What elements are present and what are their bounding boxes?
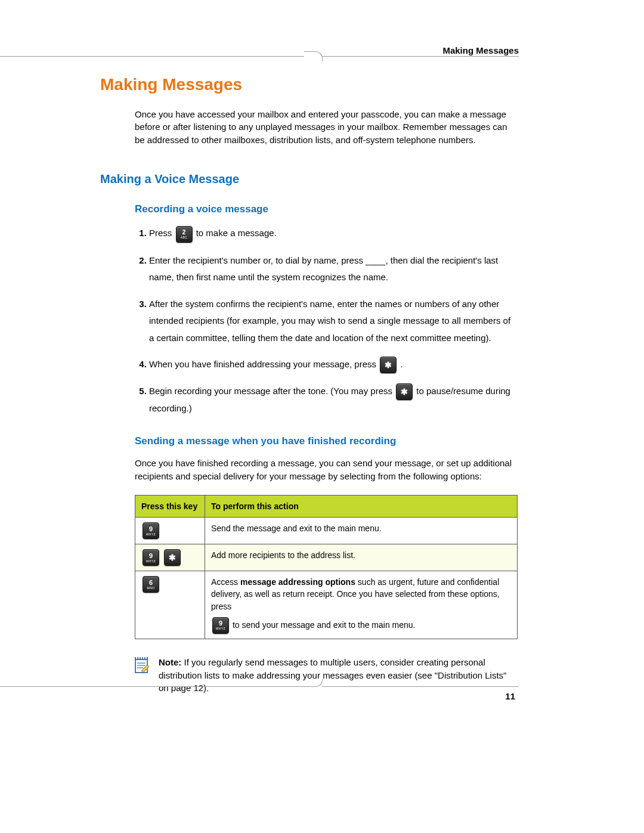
key-sub: WXYZ	[216, 627, 225, 630]
col-header-key: Press this key	[135, 495, 205, 517]
phone-key-6-icon: 6 MNO	[143, 576, 159, 593]
header-rule	[0, 56, 304, 57]
key-sub: ABC	[181, 236, 187, 239]
step-text: Press	[149, 228, 175, 238]
action-text: Access	[211, 577, 240, 587]
key-sub: WXYZ	[146, 560, 156, 563]
running-head: Making Messages	[442, 44, 519, 57]
step-text: Begin recording your message after the t…	[149, 386, 395, 396]
action-cell: Access message addressing options such a…	[205, 571, 518, 639]
subsection-heading-sending: Sending a message when you have finished…	[135, 434, 518, 449]
section-heading-voice-message: Making a Voice Message	[100, 171, 518, 188]
intro-paragraph: Once you have accessed your mailbox and …	[135, 108, 518, 147]
step-text: to make a message.	[196, 228, 277, 238]
key-digit: ✱	[401, 388, 408, 396]
step-text: When you have finished addressing your m…	[149, 359, 379, 369]
key-cell: 9 WXYZ ✱	[135, 544, 205, 571]
phone-key-9-icon: 9 WXYZ	[212, 617, 229, 634]
step-4: When you have finished addressing your m…	[149, 356, 518, 373]
document-page: Making Messages Making Messages Once you…	[0, 0, 644, 833]
table-row: 9 WXYZ ✱ Add more recipients to the addr…	[135, 544, 518, 571]
key-sub: MNO	[147, 587, 155, 590]
key-action-table: Press this key To perform this action 9 …	[135, 495, 518, 639]
table-row: 6 MNO Access message addressing options …	[135, 571, 518, 639]
key-cell: 9 WXYZ	[135, 518, 205, 544]
header-rule-notch	[304, 51, 323, 61]
step-1: Press 2 ABC to make a message.	[149, 225, 518, 242]
key-digit: ✱	[385, 361, 392, 369]
action-bold: message addressing options	[240, 577, 355, 587]
phone-key-9-icon: 9 WXYZ	[143, 549, 159, 566]
key-digit: 2	[182, 229, 185, 236]
phone-key-star-icon: ✱	[380, 357, 397, 373]
key-digit: 6	[149, 580, 153, 586]
key-digit: 9	[149, 553, 153, 559]
step-5: Begin recording your message after the t…	[149, 383, 518, 417]
note-label: Note:	[159, 657, 181, 667]
note-icon	[135, 656, 150, 674]
phone-key-2-icon: 2 ABC	[176, 226, 193, 243]
page-number: 11	[505, 690, 515, 703]
header-rule	[322, 56, 519, 57]
footer-rule	[322, 686, 519, 687]
note-block: Note: If you regularly send messages to …	[135, 656, 518, 695]
action-text: to send your message and exit to the mai…	[233, 620, 416, 630]
note-body: If you regularly send messages to multip…	[159, 657, 506, 693]
table-row: 9 WXYZ Send the message and exit to the …	[135, 518, 518, 544]
key-digit: ✱	[169, 553, 176, 562]
recording-steps-list: Press 2 ABC to make a message. Enter the…	[135, 225, 518, 417]
step-text: .	[400, 359, 402, 369]
phone-key-star-icon: ✱	[396, 383, 413, 400]
action-cell: Send the message and exit to the main me…	[205, 518, 518, 544]
key-action-table-wrap: Press this key To perform this action 9 …	[135, 495, 518, 639]
footer-rule	[0, 686, 304, 687]
phone-key-star-icon: ✱	[164, 549, 181, 566]
content-area: Making Messages Once you have accessed y…	[100, 73, 518, 695]
chapter-title: Making Messages	[100, 73, 518, 97]
subsection-recording: Recording a voice message Press 2 ABC to…	[135, 202, 518, 448]
key-digit: 9	[149, 526, 153, 532]
phone-key-9-icon: 9 WXYZ	[143, 522, 159, 539]
sending-intro: Once you have finished recording a messa…	[135, 457, 518, 483]
key-cell: 6 MNO	[135, 571, 205, 639]
subsection-heading-recording: Recording a voice message	[135, 202, 518, 217]
col-header-action: To perform this action	[205, 495, 518, 517]
key-digit: 9	[219, 620, 222, 627]
key-sub: WXYZ	[146, 533, 156, 536]
action-cell: Add more recipients to the address list.	[205, 544, 518, 571]
table-header-row: Press this key To perform this action	[135, 495, 518, 517]
step-2: Enter the recipient's number or, to dial…	[149, 252, 518, 286]
step-3: After the system confirms the recipient'…	[149, 296, 518, 347]
action-inline-key: 9 WXYZ to send your message and exit to …	[211, 617, 511, 634]
note-text: Note: If you regularly send messages to …	[159, 656, 518, 695]
